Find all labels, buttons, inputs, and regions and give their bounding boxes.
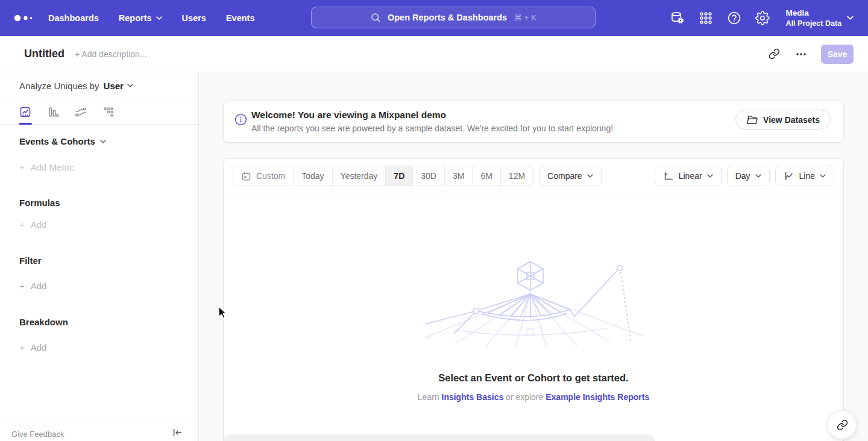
filter-section-label: Filter xyxy=(19,255,42,266)
range-3m[interactable]: 3M xyxy=(444,166,472,186)
add-formula-button[interactable]: + Add xyxy=(19,219,46,230)
tab-insights[interactable] xyxy=(19,106,31,118)
empty-state: Select an Event or Cohort to get started… xyxy=(224,257,843,402)
add-description-field[interactable]: + Add description... xyxy=(75,49,146,59)
report-title[interactable]: Untitled xyxy=(24,48,64,60)
help-icon[interactable] xyxy=(727,11,741,25)
settings-gear-icon[interactable] xyxy=(755,11,770,25)
plus-icon: + xyxy=(19,342,25,352)
chart-controls-row: Custom Today Yesterday 7D 30D 3M 6M 12M … xyxy=(224,159,843,193)
analyze-row: Analyze Uniques by User xyxy=(0,72,198,99)
top-nav-bar: Dashboards Reports Users Events Open Rep… xyxy=(0,0,868,36)
results-table-peek[interactable] xyxy=(223,435,655,441)
funnels-bars-icon xyxy=(47,106,59,118)
events-cohorts-section[interactable]: Events & Cohorts xyxy=(19,136,106,146)
formulas-section-label: Formulas xyxy=(19,198,60,208)
search-icon xyxy=(370,12,381,23)
nav-dashboards[interactable]: Dashboards xyxy=(48,13,99,23)
breakdown-section-label: Breakdown xyxy=(19,317,68,327)
tab-funnels[interactable] xyxy=(47,106,59,118)
example-insights-reports-link[interactable]: Example Insights Reports xyxy=(546,392,649,402)
empty-state-subtitle: Learn Insights Basics or explore Example… xyxy=(224,392,843,402)
folder-open-icon xyxy=(746,114,758,125)
sidebar-footer-divider xyxy=(0,422,198,422)
add-metric-button[interactable]: + Add Metric xyxy=(19,162,74,172)
save-button[interactable]: Save xyxy=(821,45,854,64)
chevron-down-icon xyxy=(820,174,826,178)
link-icon xyxy=(837,419,848,431)
range-12m[interactable]: 12M xyxy=(500,166,533,186)
apps-grid-icon[interactable] xyxy=(699,11,713,25)
search-shortcut: ⌘ + K xyxy=(514,13,536,22)
range-yesterday[interactable]: Yesterday xyxy=(332,166,386,186)
report-type-tabs xyxy=(0,99,198,125)
plus-icon: + xyxy=(19,219,25,230)
range-7d[interactable]: 7D xyxy=(385,166,412,186)
add-filter-button[interactable]: + Add xyxy=(19,281,46,291)
chevron-down-icon xyxy=(847,16,854,20)
scale-select[interactable]: Linear xyxy=(655,166,722,186)
empty-state-illustration xyxy=(419,257,648,347)
range-6m[interactable]: 6M xyxy=(472,166,500,186)
report-actions: Save xyxy=(767,45,854,64)
insights-basics-link[interactable]: Insights Basics xyxy=(442,392,504,402)
share-link-fab[interactable] xyxy=(828,410,857,439)
view-datasets-button[interactable]: View Datasets xyxy=(735,110,831,130)
chevron-down-icon xyxy=(587,174,593,178)
line-chart-icon xyxy=(784,170,794,181)
interval-select[interactable]: Day xyxy=(727,166,770,186)
search-placeholder: Open Reports & Dashboards xyxy=(388,13,507,22)
tab-flows[interactable] xyxy=(75,106,87,118)
flows-icon xyxy=(75,106,87,118)
chevron-down-icon xyxy=(156,16,162,20)
tab-retention[interactable] xyxy=(102,106,115,118)
project-switcher[interactable]: Media All Project Data xyxy=(786,8,854,28)
banner-body: All the reports you see are powered by a… xyxy=(251,124,613,133)
collapse-sidebar-icon[interactable] xyxy=(172,428,183,437)
date-range-selector: Custom Today Yesterday 7D 30D 3M 6M 12M xyxy=(233,166,533,186)
project-scope: All Project Data xyxy=(786,19,841,28)
report-header: Untitled + Add description... Save xyxy=(0,36,868,72)
linear-axis-icon xyxy=(663,170,674,181)
plus-icon: + xyxy=(19,281,25,291)
calendar-icon xyxy=(241,171,251,181)
empty-state-title: Select an Event or Cohort to get started… xyxy=(224,372,843,384)
top-bar-actions: Media All Project Data xyxy=(670,0,854,36)
info-icon xyxy=(234,113,247,126)
welcome-banner: Welcome! You are viewing a Mixpanel demo… xyxy=(223,101,844,143)
analyze-entity-select[interactable]: User xyxy=(104,81,133,91)
report-canvas: Welcome! You are viewing a Mixpanel demo… xyxy=(199,72,868,441)
range-30d[interactable]: 30D xyxy=(412,166,444,186)
banner-title: Welcome! You are viewing a Mixpanel demo xyxy=(251,110,446,120)
query-builder-sidebar: Analyze Uniques by User xyxy=(0,72,199,441)
more-options-icon[interactable] xyxy=(794,52,808,57)
nav-reports[interactable]: Reports xyxy=(119,13,162,23)
compare-button[interactable]: Compare xyxy=(539,166,602,186)
mixpanel-insights-page: Dashboards Reports Users Events Open Rep… xyxy=(0,0,868,441)
chevron-down-icon xyxy=(127,84,133,87)
give-feedback-link[interactable]: Give Feedback xyxy=(11,430,64,439)
analyze-label: Analyze Uniques by xyxy=(19,81,99,91)
copy-link-icon[interactable] xyxy=(767,47,781,61)
retention-dots-icon xyxy=(102,106,115,118)
nav-users[interactable]: Users xyxy=(182,13,206,23)
insights-chart-card: Custom Today Yesterday 7D 30D 3M 6M 12M … xyxy=(223,158,844,441)
data-management-icon[interactable] xyxy=(670,11,685,25)
chevron-down-icon xyxy=(707,174,713,178)
plus-icon: + xyxy=(19,162,25,172)
global-search[interactable]: Open Reports & Dashboards ⌘ + K xyxy=(311,7,596,28)
chart-display-controls: Linear Day Line xyxy=(655,166,834,186)
primary-nav: Dashboards Reports Users Events xyxy=(48,13,254,23)
chevron-down-icon xyxy=(100,140,106,143)
nav-events[interactable]: Events xyxy=(226,13,255,23)
mixpanel-logo-icon[interactable] xyxy=(13,14,35,22)
project-name: Media xyxy=(786,8,841,19)
chevron-down-icon xyxy=(755,174,761,178)
range-custom[interactable]: Custom xyxy=(233,166,293,186)
chart-type-select[interactable]: Line xyxy=(775,166,834,186)
add-breakdown-button[interactable]: + Add xyxy=(19,342,46,352)
range-today[interactable]: Today xyxy=(293,166,332,186)
active-tab-indicator xyxy=(19,123,32,125)
insights-chart-icon xyxy=(19,106,31,118)
